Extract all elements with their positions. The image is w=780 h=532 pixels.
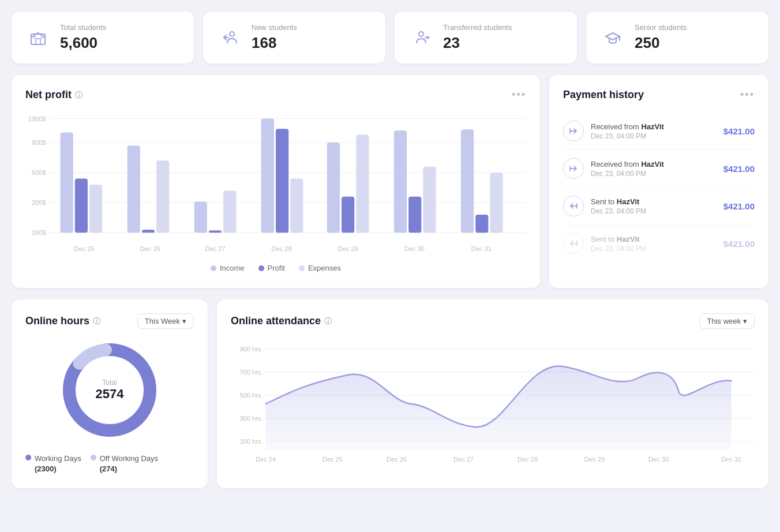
svg-rect-19 [61,132,73,233]
off-working-dot [91,455,96,460]
svg-rect-24 [142,230,155,233]
stat-card-senior-students: Senior students 250 [586,12,768,63]
graduation-icon [600,25,625,50]
legend-off-working: Off Working Days (274) [91,454,158,474]
online-attendance-card: Online attendance ⓘ This week ▾ 900 hrs.… [217,299,768,488]
svg-text:Dec 29: Dec 29 [338,245,358,252]
svg-rect-37 [356,135,369,233]
svg-rect-23 [127,145,140,233]
svg-text:700 hrs.: 700 hrs. [239,369,262,376]
sent-icon-1 [563,196,584,216]
payment-history-card: Payment history ••• Received from HazVit… [549,75,768,288]
new-student-icon [217,25,242,50]
payment-item-2: Received from HazVit Dec 23, 04:00 PM $4… [563,150,755,188]
payment-amount-2: $421.00 [723,164,755,174]
stat-value: 23 [443,34,512,52]
svg-text:200$: 200$ [32,199,46,206]
payment-more-menu[interactable]: ••• [740,89,755,101]
stat-label: Total students [60,23,106,32]
svg-text:900 hrs.: 900 hrs. [239,346,262,353]
working-days-dot [25,455,31,460]
svg-text:100$: 100$ [32,229,46,236]
stat-value: 5,600 [60,34,106,52]
svg-text:Dec 31: Dec 31 [721,456,741,463]
svg-rect-43 [461,129,474,233]
payment-amount-4: $421.00 [723,239,755,249]
attendance-chart-svg: 900 hrs. 700 hrs. 500 hrs. 300 hrs. 100 … [231,340,755,467]
stat-label: New students [252,23,297,32]
svg-rect-21 [89,185,102,233]
payment-item-1: Received from HazVit Dec 23, 04:00 PM $4… [563,113,755,150]
svg-text:Dec 26: Dec 26 [387,456,407,463]
received-icon-2 [563,158,584,179]
more-menu-button[interactable]: ••• [512,89,526,101]
svg-text:Dec 28: Dec 28 [272,245,292,252]
attendance-title: Online attendance ⓘ [231,315,332,327]
bottom-row: Online hours ⓘ This Week ▾ Total 2574 [12,299,768,488]
payment-date-1: Dec 23, 04:00 PM [591,132,717,140]
svg-rect-35 [327,143,340,233]
svg-rect-41 [423,167,436,233]
svg-rect-29 [223,190,236,233]
payment-date-2: Dec 23, 04:00 PM [591,170,717,178]
payment-title-2: Received from HazVit [591,160,717,168]
chart-header: Net profit ⓘ ••• [25,89,526,101]
svg-rect-44 [475,215,488,233]
payment-title: Payment history [563,89,644,101]
svg-rect-40 [408,197,421,233]
svg-rect-32 [276,129,288,233]
this-week-filter-button[interactable]: This Week ▾ [137,313,194,329]
donut-legend: Working Days (2300) Off Working Days (27… [25,454,194,474]
payment-info-2: Received from HazVit Dec 23, 04:00 PM [591,160,717,178]
legend-income: Income [211,264,245,272]
info-icon-attendance[interactable]: ⓘ [324,316,332,327]
svg-rect-45 [490,173,502,233]
online-hours-title: Online hours ⓘ [25,315,100,327]
info-icon-hours[interactable]: ⓘ [93,316,100,327]
legend-profit: Profit [258,264,285,272]
legend-working-days: Working Days (2300) [25,454,81,474]
payment-item-3: Sent to HazVit Dec 23, 04:00 PM $421.00 [563,188,755,225]
svg-text:Dec 25: Dec 25 [322,456,343,463]
info-icon[interactable]: ⓘ [75,90,82,100]
payment-header: Payment history ••• [563,89,755,101]
payment-title-3: Sent to HazVit [591,197,717,206]
payment-amount-1: $421.00 [723,126,755,136]
svg-text:Dec 24: Dec 24 [256,456,276,463]
payment-title-1: Received from HazVit [591,122,717,131]
stat-value: 168 [252,34,297,52]
svg-text:Dec 28: Dec 28 [518,456,538,463]
sent-icon-2 [563,233,584,254]
this-week-attendance-filter-button[interactable]: This week ▾ [699,313,755,329]
payment-info-1: Received from HazVit Dec 23, 04:00 PM [591,122,717,140]
svg-rect-33 [290,179,303,233]
donut-label: Total 2574 [96,379,124,402]
svg-text:500$: 500$ [32,169,46,176]
svg-text:Dec 31: Dec 31 [471,245,492,252]
school-icon [25,25,51,50]
svg-text:Dec 30: Dec 30 [648,456,669,463]
chevron-down-icon-attendance: ▾ [743,317,747,325]
stat-info: Total students 5,600 [60,23,106,52]
stat-card-transferred-students: Transferred students 23 [395,12,577,63]
svg-rect-2 [33,36,36,39]
svg-text:Dec 27: Dec 27 [453,456,474,463]
payment-date-4: Dec 23, 04:00 PM [591,245,717,253]
svg-rect-28 [209,230,222,233]
stat-info: Senior students 250 [635,23,687,52]
payment-info-4: Sent to HazVit Dec 23, 04:00 PM [591,235,717,253]
payment-item-4: Sent to HazVit Dec 23, 04:00 PM $421.00 [563,225,755,262]
chart-title: Net profit ⓘ [25,89,82,101]
net-profit-card: Net profit ⓘ ••• 1000$ 800$ 500$ 200$ 10… [12,75,540,288]
svg-rect-3 [40,36,43,39]
stat-card-new-students: New students 168 [203,12,385,63]
stat-label: Transferred students [443,23,512,32]
svg-text:100 hrs.: 100 hrs. [239,438,262,445]
received-icon-1 [563,121,584,141]
svg-text:300 hrs.: 300 hrs. [239,415,262,422]
svg-text:Dec 30: Dec 30 [404,245,425,252]
payment-date-3: Dec 23, 04:00 PM [591,207,717,215]
middle-row: Net profit ⓘ ••• 1000$ 800$ 500$ 200$ 10… [12,75,768,288]
stat-info: Transferred students 23 [443,23,512,52]
svg-rect-25 [156,160,169,233]
